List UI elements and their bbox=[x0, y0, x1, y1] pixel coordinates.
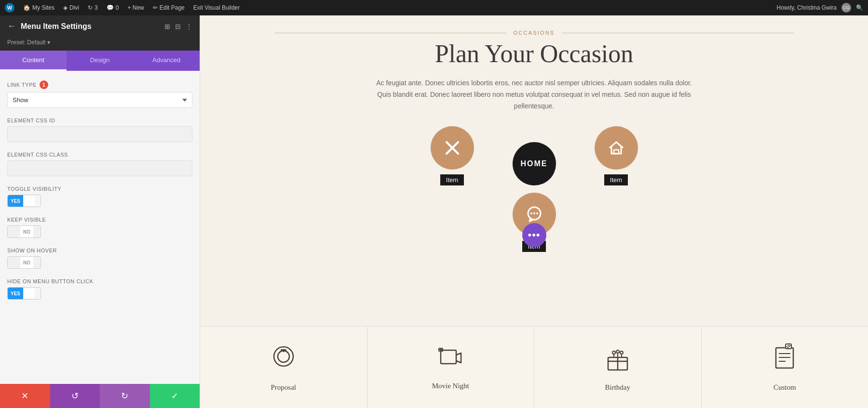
toggle-visibility-row: YES bbox=[7, 195, 192, 207]
card-birthday[interactable]: Birthday bbox=[534, 327, 702, 408]
tab-design[interactable]: Design bbox=[67, 51, 133, 71]
panel-preset: Preset: Default ▾ bbox=[0, 37, 200, 51]
section-tag: OCCASIONS bbox=[275, 30, 794, 36]
icons-row-2: Item ••• bbox=[505, 193, 563, 252]
svg-rect-10 bbox=[441, 350, 456, 364]
edit-page-btn[interactable]: ✏ Edit Page bbox=[153, 4, 185, 11]
hide-on-menu-btn-switch[interactable]: YES bbox=[7, 287, 41, 300]
toggle-no-label: NO bbox=[20, 226, 33, 237]
redo-button[interactable]: ↻ bbox=[100, 384, 150, 408]
split-icon[interactable]: ⊟ bbox=[175, 23, 181, 30]
section-title: Plan Your Occasion bbox=[435, 39, 634, 68]
show-on-hover-label: Show On Hover bbox=[7, 248, 192, 253]
panel-actions: ✕ ↺ ↻ ✓ bbox=[0, 384, 200, 408]
svg-rect-2 bbox=[614, 150, 619, 154]
toggle-knob bbox=[24, 289, 35, 298]
movie-night-label: Movie Night bbox=[432, 382, 469, 390]
wp-logo[interactable]: W bbox=[5, 3, 14, 13]
tab-content[interactable]: Content bbox=[0, 51, 67, 71]
keep-visible-label: Keep Visible bbox=[7, 217, 192, 223]
icons-row-1: Item HOME bbox=[423, 126, 645, 185]
section-description: Ac feugiat ante. Donec ultricies loborti… bbox=[370, 78, 698, 112]
tab-advanced[interactable]: Advanced bbox=[133, 51, 200, 71]
new-menu[interactable]: + New bbox=[127, 4, 144, 11]
refresh-icon: ↻ bbox=[88, 4, 93, 11]
edit-page-label: Edit Page bbox=[160, 4, 185, 11]
card-custom[interactable]: Custom bbox=[702, 327, 868, 408]
search-icon[interactable]: 🔍 bbox=[856, 4, 863, 11]
panel-tabs: Content Design Advanced bbox=[0, 51, 200, 71]
panel-content: Link Type 1 Show Element CSS ID Element … bbox=[0, 71, 200, 384]
element-css-class-label: Element CSS Class bbox=[7, 152, 192, 158]
keep-visible-switch[interactable]: NO bbox=[7, 225, 41, 238]
undo-button[interactable]: ↺ bbox=[50, 384, 100, 408]
comment-icon: 💬 bbox=[107, 4, 114, 11]
hide-on-menu-btn-field: Hide On Menu Button Click YES bbox=[7, 278, 192, 300]
my-sites-menu[interactable]: 🏠 My Sites bbox=[23, 4, 54, 11]
link-type-badge: 1 bbox=[40, 80, 48, 89]
movie-night-icon bbox=[437, 344, 464, 376]
svg-point-6 bbox=[536, 212, 538, 214]
counter-item[interactable]: ↻ 3 bbox=[88, 4, 98, 11]
three-dots-icon: ••• bbox=[528, 229, 540, 241]
birthday-icon bbox=[605, 343, 630, 378]
admin-bar-right: Howdy, Christina Gwira CG 🔍 bbox=[777, 3, 863, 13]
three-dots-button[interactable]: ••• bbox=[522, 223, 546, 247]
toggle-no-label: NO bbox=[20, 257, 33, 268]
svg-point-21 bbox=[616, 350, 619, 353]
left-panel: ← Menu Item Settings ⊞ ⊟ ⋮ Preset: Defau… bbox=[0, 15, 200, 408]
howdy-text: Howdy, Christina Gwira bbox=[777, 4, 837, 11]
svg-point-5 bbox=[533, 212, 535, 214]
card-proposal[interactable]: Proposal bbox=[200, 327, 367, 408]
divi-menu[interactable]: ◈ Divi bbox=[63, 4, 79, 11]
counter-value: 3 bbox=[95, 4, 98, 11]
proposal-label: Proposal bbox=[271, 383, 297, 392]
panel-header: ← Menu Item Settings ⊞ ⊟ ⋮ bbox=[0, 15, 200, 37]
show-on-hover-field: Show On Hover NO bbox=[7, 248, 192, 269]
toggle-knob bbox=[9, 258, 19, 267]
card-movie-night[interactable]: Movie Night bbox=[367, 327, 535, 408]
svg-point-20 bbox=[612, 351, 615, 354]
comments-item[interactable]: 💬 0 bbox=[107, 4, 119, 11]
keep-visible-field: Keep Visible NO bbox=[7, 217, 192, 238]
wp-icon: W bbox=[5, 3, 14, 13]
svg-point-22 bbox=[620, 351, 623, 354]
avatar[interactable]: CG bbox=[841, 3, 851, 13]
more-options-icon[interactable]: ⋮ bbox=[186, 23, 192, 30]
toggle-visibility-switch[interactable]: YES bbox=[7, 195, 41, 207]
custom-label: Custom bbox=[773, 383, 796, 392]
main-layout: ← Menu Item Settings ⊞ ⊟ ⋮ Preset: Defau… bbox=[0, 15, 868, 408]
cancel-button[interactable]: ✕ bbox=[0, 384, 50, 408]
back-button[interactable]: ← bbox=[7, 21, 16, 31]
birthday-label: Birthday bbox=[605, 383, 631, 392]
resize-icon[interactable]: ⊞ bbox=[164, 23, 170, 30]
occasions-section: OCCASIONS Plan Your Occasion Ac feugiat … bbox=[200, 15, 868, 326]
toggle-knob bbox=[24, 196, 35, 206]
link-type-label: Link Type 1 bbox=[7, 80, 192, 89]
exit-builder-btn[interactable]: Exit Visual Builder bbox=[193, 4, 240, 11]
toggle-visibility-label: Toggle Visibility bbox=[7, 186, 192, 192]
admin-bar: W 🏠 My Sites ◈ Divi ↻ 3 💬 0 + New ✏ Edit… bbox=[0, 0, 868, 15]
save-button[interactable]: ✓ bbox=[150, 384, 200, 408]
hide-on-menu-btn-label: Hide On Menu Button Click bbox=[7, 278, 192, 284]
item-label-3: Item bbox=[604, 174, 628, 185]
element-css-id-input[interactable] bbox=[7, 126, 192, 142]
toggle-yes-label: YES bbox=[8, 195, 23, 207]
preset-label[interactable]: Preset: Default ▾ bbox=[7, 39, 50, 46]
show-on-hover-row: NO bbox=[7, 256, 192, 269]
divi-icon: ◈ bbox=[63, 4, 68, 11]
icon-item-home: Item bbox=[595, 126, 638, 185]
home-text-circle: HOME bbox=[513, 142, 556, 185]
toggle-visibility-field: Toggle Visibility YES bbox=[7, 186, 192, 207]
link-type-select[interactable]: Show bbox=[7, 92, 192, 108]
comments-count: 0 bbox=[116, 4, 119, 11]
svg-point-4 bbox=[530, 212, 532, 214]
hide-on-menu-btn-row: YES bbox=[7, 287, 192, 300]
pencil-icon: ✏ bbox=[153, 4, 158, 11]
panel-title: Menu Item Settings bbox=[21, 22, 160, 31]
preview-area: OCCASIONS Plan Your Occasion Ac feugiat … bbox=[200, 15, 868, 408]
show-on-hover-switch[interactable]: NO bbox=[7, 256, 41, 269]
keep-visible-row: NO bbox=[7, 225, 192, 238]
element-css-class-input[interactable] bbox=[7, 160, 192, 176]
icon-item-tools: Item bbox=[431, 126, 474, 185]
